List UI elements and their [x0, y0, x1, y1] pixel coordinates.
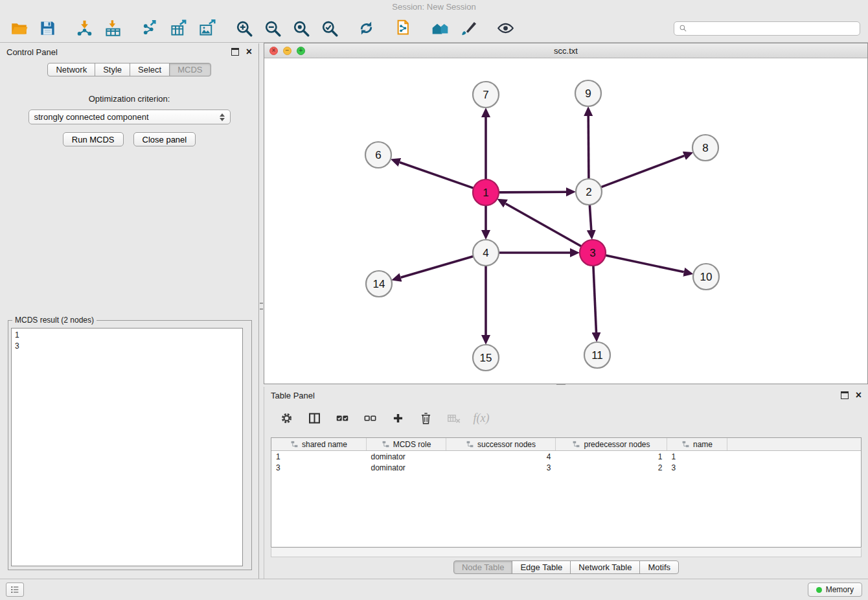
- column-type-icon: [290, 440, 299, 448]
- apply-style-button[interactable]: [457, 17, 479, 40]
- cell-name[interactable]: 1: [667, 451, 727, 463]
- graph-edge-1-2[interactable]: [499, 192, 566, 192]
- open-session-button[interactable]: [8, 17, 30, 40]
- zoom-in-button[interactable]: [233, 17, 255, 40]
- search-input[interactable]: [691, 22, 855, 35]
- column-header-shared-name[interactable]: shared name: [271, 438, 367, 451]
- network-window-title: scc.txt: [264, 46, 867, 56]
- cell-MCDS-role[interactable]: dominator: [367, 462, 446, 473]
- table-mode-button[interactable]: [277, 409, 295, 427]
- column-type-icon: [681, 440, 690, 448]
- maximize-window-icon[interactable]: +: [297, 47, 305, 55]
- graph-node-15[interactable]: 15: [473, 345, 499, 371]
- graph-node-14[interactable]: 14: [366, 271, 392, 297]
- cell-successor-nodes[interactable]: 4: [446, 451, 556, 463]
- control-tab-style[interactable]: Style: [95, 63, 130, 76]
- window-title: Session: New Session: [392, 2, 475, 12]
- table-panel-title: Table Panel: [271, 391, 315, 400]
- column-header-successor-nodes[interactable]: successor nodes: [446, 438, 556, 451]
- column-header-MCDS-role[interactable]: MCDS role: [367, 438, 446, 451]
- table-tab-edge-table[interactable]: Edge Table: [512, 560, 571, 574]
- graph-node-1[interactable]: 1: [473, 179, 499, 205]
- vertical-splitter[interactable]: [259, 43, 264, 579]
- memory-button[interactable]: Memory: [808, 583, 862, 597]
- optimization-criterion-select[interactable]: strongly connected component: [29, 110, 231, 124]
- function-builder-button: f(x): [472, 409, 490, 427]
- select-all-rows-button[interactable]: [333, 409, 351, 427]
- search-box[interactable]: [674, 21, 860, 36]
- graph-node-6[interactable]: 6: [365, 142, 391, 168]
- create-column-button[interactable]: [389, 409, 407, 427]
- graph-edge-3-1[interactable]: [506, 203, 582, 246]
- mcds-buttons-row: Run MCDS Close panel: [0, 132, 258, 146]
- export-image-button[interactable]: [196, 17, 218, 40]
- close-panel-icon[interactable]: ×: [856, 391, 862, 399]
- minimize-window-icon[interactable]: −: [283, 47, 291, 55]
- float-panel-icon[interactable]: [841, 391, 849, 399]
- table-tab-network-table[interactable]: Network Table: [570, 560, 640, 574]
- run-mcds-button[interactable]: Run MCDS: [63, 132, 124, 146]
- graph-node-3[interactable]: 3: [580, 240, 606, 266]
- import-table-from-file-button[interactable]: [102, 17, 124, 40]
- float-panel-icon[interactable]: [231, 48, 239, 56]
- close-panel-button[interactable]: Close panel: [133, 132, 196, 146]
- cell-shared-name[interactable]: 3: [271, 462, 367, 473]
- export-table-button[interactable]: [167, 17, 189, 40]
- cell-filler: [727, 451, 862, 463]
- control-tab-network[interactable]: Network: [47, 63, 95, 76]
- graph-node-10[interactable]: 10: [693, 264, 719, 290]
- toggle-visibility-button[interactable]: [494, 17, 516, 40]
- control-tab-select[interactable]: Select: [130, 63, 170, 76]
- graph-edge-1-6[interactable]: [400, 163, 474, 189]
- zoom-selected-button[interactable]: [318, 17, 340, 40]
- network-canvas[interactable]: 7968124314101511: [264, 58, 867, 383]
- delete-columns-button[interactable]: [417, 409, 435, 427]
- floppy-disk-icon: [39, 19, 56, 37]
- close-window-icon[interactable]: ×: [269, 47, 278, 55]
- cell-shared-name[interactable]: 1: [271, 451, 367, 463]
- mcds-result-list[interactable]: 1 3: [11, 328, 243, 566]
- graph-node-11[interactable]: 11: [584, 342, 610, 368]
- svg-text:7: 7: [483, 89, 488, 101]
- zoom-out-button[interactable]: [261, 17, 283, 40]
- cell-predecessor-nodes[interactable]: 1: [556, 451, 667, 463]
- export-network-button[interactable]: [139, 17, 161, 40]
- graph-node-4[interactable]: 4: [473, 240, 499, 266]
- graph-edge-3-10[interactable]: [606, 255, 684, 272]
- table-row[interactable]: 3dominator323: [271, 462, 861, 473]
- save-session-button[interactable]: [36, 17, 58, 40]
- table-tab-motifs[interactable]: Motifs: [639, 560, 679, 574]
- graph-edge-2-9[interactable]: [588, 116, 589, 179]
- show-networks-button[interactable]: [429, 17, 451, 40]
- zoom-fit-button[interactable]: [290, 17, 312, 40]
- cell-MCDS-role[interactable]: dominator: [367, 451, 446, 463]
- table-delete-icon: [447, 411, 461, 425]
- graph-edge-2-3[interactable]: [589, 205, 591, 230]
- show-column-panel-button[interactable]: [305, 409, 323, 427]
- graph-edge-3-11[interactable]: [593, 266, 597, 332]
- graph-node-8[interactable]: 8: [692, 135, 718, 161]
- column-header-predecessor-nodes[interactable]: predecessor nodes: [556, 438, 667, 451]
- import-network-from-file-button[interactable]: [73, 17, 95, 40]
- control-tab-mcds[interactable]: MCDS: [169, 63, 211, 76]
- graph-node-7[interactable]: 7: [473, 82, 499, 108]
- graph-node-9[interactable]: 9: [575, 80, 601, 106]
- column-header-name[interactable]: name: [667, 438, 727, 451]
- cell-predecessor-nodes[interactable]: 2: [556, 462, 667, 473]
- cell-successor-nodes[interactable]: 3: [446, 462, 556, 473]
- refresh-view-button[interactable]: [355, 17, 377, 40]
- table-tab-node-table[interactable]: Node Table: [453, 560, 513, 574]
- clone-network-button[interactable]: [392, 17, 414, 40]
- show-panel-menu-button[interactable]: [6, 583, 24, 597]
- svg-text:1: 1: [483, 187, 488, 199]
- graph-edge-4-14[interactable]: [401, 257, 474, 278]
- zoom-fit-icon: [292, 19, 310, 37]
- table-horizontal-scrollbar[interactable]: [271, 548, 862, 557]
- graph-node-2[interactable]: 2: [576, 179, 602, 205]
- splitter-grip-icon: [260, 303, 263, 310]
- deselect-all-rows-button[interactable]: [361, 409, 379, 427]
- close-panel-icon[interactable]: ×: [246, 48, 252, 56]
- graph-edge-2-8[interactable]: [601, 156, 685, 187]
- table-row[interactable]: 1dominator411: [271, 451, 861, 463]
- cell-name[interactable]: 3: [667, 462, 727, 473]
